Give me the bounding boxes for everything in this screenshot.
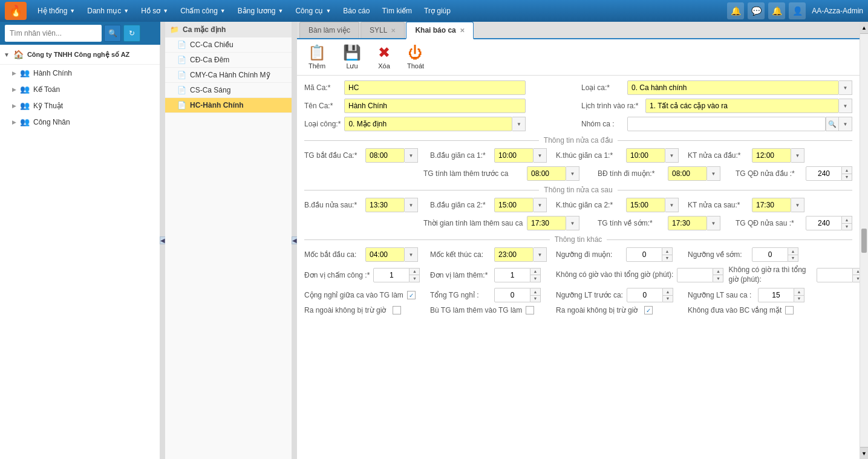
moc-ket-thuc-input[interactable] [494,247,534,262]
thoi-gian-tinh-lam-them-sau-input[interactable] [527,216,566,230]
spin-down-button[interactable]: ▼ [788,255,798,262]
sidebar-item-cong-nhan[interactable]: ▶ 👥 Công Nhân [0,114,160,130]
spin-down-button[interactable]: ▼ [530,296,540,302]
don-vi-lam-them-input[interactable] [494,268,530,282]
k-thuc-gian-ca1-dropdown[interactable]: ▼ [665,148,679,163]
sidebar-item-ky-thuat[interactable]: ▶ 👥 Kỹ Thuật [0,97,160,114]
k-thuc-gian-ca2-input[interactable] [626,198,665,212]
spin-down-button[interactable]: ▼ [713,275,723,282]
ca-chieu-item[interactable]: 📄 CC-Ca Chiều [165,37,292,53]
spin-down-button[interactable]: ▼ [853,275,860,282]
tab-close-icon[interactable]: ✕ [391,27,396,34]
tg-tinh-ve-som-input[interactable] [668,216,707,230]
nguong-di-muon-input[interactable] [626,247,662,262]
nav-cham-cong[interactable]: Chấm công ▼ [174,0,232,22]
tg-tinh-lam-them-truoc-input[interactable] [527,166,566,181]
spin-up-button[interactable]: ▲ [530,269,540,276]
scroll-down-button[interactable]: ▼ [860,447,868,459]
bu-tg-checkbox[interactable] [526,306,534,314]
sidebar-item-hanh-chinh[interactable]: ▶ 👥 Hành Chính [0,65,160,81]
chat-icon[interactable]: 💬 [748,2,765,19]
bd-tinh-di-muon-input[interactable] [668,166,707,181]
kt-nua-ca-sau-input[interactable] [752,198,791,212]
spin-up-button[interactable]: ▲ [842,167,852,174]
tg-qd-nua-sau-input[interactable] [806,216,842,230]
spin-down-button[interactable]: ▼ [663,296,673,302]
spin-up-button[interactable]: ▲ [663,288,673,296]
user-icon[interactable]: 👤 [789,2,806,19]
tab-close-icon[interactable]: ✕ [460,27,465,34]
nav-ho-so[interactable]: Hồ sơ ▼ [135,0,174,22]
ca-hanh-chinh-my-item[interactable]: 📄 CMY-Ca Hành Chính Mỹ [165,68,292,83]
spin-down-button[interactable]: ▼ [662,255,672,262]
ma-ca-input[interactable] [344,80,526,95]
ra-ngoai-checkbox2[interactable] [644,306,653,314]
xoa-button[interactable]: ✖ Xóa [374,43,394,71]
nhom-ca-search-icon[interactable]: 🔍 [826,117,839,131]
ca-dem-item[interactable]: 📄 CĐ-Ca Đêm [165,53,292,68]
b-dau-gian-ca2-input[interactable] [494,198,534,212]
tg-tinh-lam-them-truoc-dropdown[interactable]: ▼ [566,166,579,181]
kt-nua-ca-dau-input[interactable] [752,148,791,163]
k-thuc-gian-ca1-input[interactable] [626,148,665,163]
nguong-ve-som-input[interactable] [752,247,788,262]
khong-co-gio-vao-input[interactable] [677,268,713,282]
spin-up-button[interactable]: ▲ [794,288,804,296]
nhom-ca-input[interactable] [627,117,826,131]
kt-nua-ca-dau-dropdown[interactable]: ▼ [791,148,804,163]
spin-down-button[interactable]: ▼ [530,275,540,282]
nav-tim-kiem[interactable]: Tìm kiếm [376,0,418,22]
tg-qd-nua-dau-input[interactable] [806,166,842,181]
nav-tro-giup[interactable]: Trợ giúp [418,0,457,22]
vertical-splitter-1[interactable]: ◀ [160,22,165,459]
bd-tinh-di-muon-dropdown[interactable]: ▼ [707,166,720,181]
sidebar-item-ke-toan[interactable]: ▶ 👥 Kế Toán [0,81,160,97]
spin-up-button[interactable]: ▲ [530,288,540,296]
spin-up-button[interactable]: ▲ [713,269,723,276]
nav-danh-muc[interactable]: Danh mục ▼ [81,0,135,22]
b-dau-gian-ca1-input[interactable] [494,148,534,163]
vertical-scrollbar[interactable]: ▲ ▼ [860,22,868,459]
tg-tinh-ve-som-dropdown[interactable]: ▼ [707,216,720,230]
company-node[interactable]: ▼ 🏠 Công ty TNHH Công nghệ số AZ [0,45,160,65]
thoat-button[interactable]: ⏻ Thoát [403,43,428,71]
b-dau-gian-ca1-dropdown[interactable]: ▼ [534,148,547,163]
tg-bat-dau-input[interactable] [365,148,405,163]
them-button[interactable]: 📋 Thêm [304,43,330,71]
moc-bat-dau-dropdown[interactable]: ▼ [405,247,418,262]
spin-down-button[interactable]: ▼ [794,296,804,302]
lich-trinh-input[interactable] [645,99,839,113]
k-thuc-gian-ca2-dropdown[interactable]: ▼ [665,198,679,212]
nav-he-thong[interactable]: Hệ thống ▼ [31,0,81,22]
spin-down-button[interactable]: ▼ [842,224,852,230]
loai-ca-dropdown-icon[interactable]: ▼ [839,80,852,95]
vertical-splitter-2[interactable]: ◀ [292,22,297,459]
b-dau-nua-sau-dropdown[interactable]: ▼ [405,198,418,212]
thoi-gian-tinh-lam-them-sau-dropdown[interactable]: ▼ [566,216,579,230]
nav-bang-luong[interactable]: Bảng lương ▼ [232,0,290,22]
ten-ca-input[interactable] [344,99,526,113]
nav-cong-cu[interactable]: Công cụ ▼ [289,0,337,22]
refresh-button[interactable]: ↻ [123,25,140,42]
cong-nghi-checkbox[interactable] [407,291,416,299]
b-dau-gian-ca2-dropdown[interactable]: ▼ [534,198,547,212]
moc-ket-thuc-dropdown[interactable]: ▼ [534,247,547,262]
nav-bao-cao[interactable]: Báo cáo [337,0,376,22]
hc-hanh-chinh-item[interactable]: 📄 HC-Hành Chính [165,98,292,113]
spin-down-button[interactable]: ▼ [842,174,852,181]
spin-up-button[interactable]: ▲ [410,269,419,276]
luu-button[interactable]: 💾 Lưu [339,43,365,71]
b-dau-nua-sau-input[interactable] [365,198,405,212]
search-button[interactable]: 🔍 [104,25,121,42]
loai-ca-input[interactable] [627,80,839,95]
khong-dua-checkbox[interactable] [785,306,794,314]
ra-ngoai-checkbox1[interactable] [393,306,401,314]
tab-syll[interactable]: SYLL ✕ [361,22,405,38]
spin-up-button[interactable]: ▲ [853,269,860,276]
tong-tg-nghi-input[interactable] [494,288,530,302]
nhom-ca-dropdown-icon[interactable]: ▼ [839,117,852,131]
middle-panel-header[interactable]: 📁 Ca mặc định [165,22,292,37]
moc-bat-dau-input[interactable] [365,247,405,262]
scroll-thumb[interactable] [861,229,867,253]
notification-icon[interactable]: 🔔 [727,2,744,19]
